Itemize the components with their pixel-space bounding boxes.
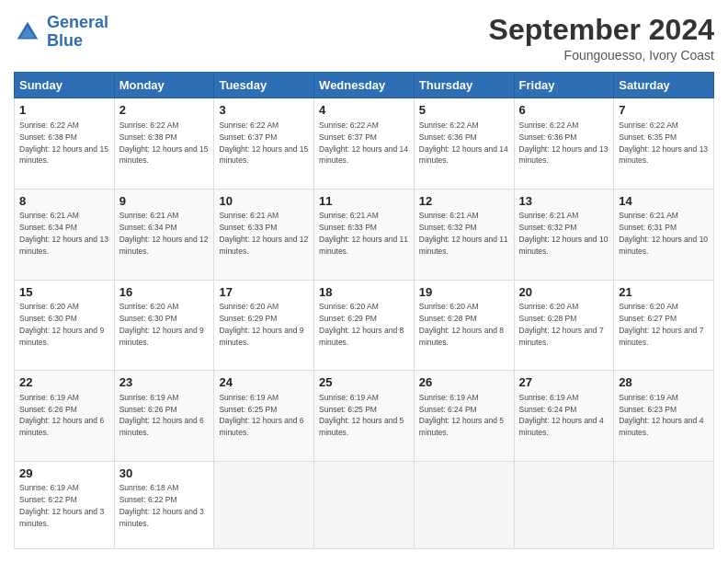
calendar-empty-w4-c3: [314, 461, 415, 548]
calendar-day-12: 12Sunrise: 6:21 AMSunset: 6:32 PMDayligh…: [414, 189, 514, 280]
calendar-day-30: 30Sunrise: 6:18 AMSunset: 6:22 PMDayligh…: [114, 461, 214, 548]
calendar-day-24: 24Sunrise: 6:19 AMSunset: 6:25 PMDayligh…: [214, 371, 314, 462]
calendar-day-19: 19Sunrise: 6:20 AMSunset: 6:28 PMDayligh…: [414, 280, 514, 371]
col-wednesday: Wednesday: [314, 73, 415, 98]
calendar-day-2: 2Sunrise: 6:22 AMSunset: 6:38 PMDaylight…: [114, 98, 214, 190]
calendar-day-28: 28Sunrise: 6:19 AMSunset: 6:23 PMDayligh…: [614, 371, 714, 462]
calendar-week-0: 1Sunrise: 6:22 AMSunset: 6:38 PMDaylight…: [15, 98, 714, 190]
calendar-day-10: 10Sunrise: 6:21 AMSunset: 6:33 PMDayligh…: [214, 189, 314, 280]
calendar-empty-w4-c2: [214, 461, 314, 548]
calendar-empty-w4-c5: [514, 461, 614, 548]
calendar-day-4: 4Sunrise: 6:22 AMSunset: 6:37 PMDaylight…: [314, 98, 415, 190]
calendar-day-11: 11Sunrise: 6:21 AMSunset: 6:33 PMDayligh…: [314, 189, 415, 280]
col-monday: Monday: [114, 73, 214, 98]
logo-text: General Blue: [47, 14, 108, 51]
calendar-day-13: 13Sunrise: 6:21 AMSunset: 6:32 PMDayligh…: [514, 189, 614, 280]
logo: General Blue: [14, 14, 108, 51]
calendar-day-22: 22Sunrise: 6:19 AMSunset: 6:26 PMDayligh…: [15, 371, 115, 462]
calendar-day-23: 23Sunrise: 6:19 AMSunset: 6:26 PMDayligh…: [114, 371, 214, 462]
page: General Blue September 2024 Foungouesso,…: [0, 0, 728, 563]
title-section: September 2024 Foungouesso, Ivory Coast: [489, 14, 714, 63]
calendar-day-5: 5Sunrise: 6:22 AMSunset: 6:36 PMDaylight…: [414, 98, 514, 190]
col-sunday: Sunday: [15, 73, 115, 98]
calendar-day-7: 7Sunrise: 6:22 AMSunset: 6:35 PMDaylight…: [614, 98, 714, 190]
calendar-day-27: 27Sunrise: 6:19 AMSunset: 6:24 PMDayligh…: [514, 371, 614, 462]
calendar-table: Sunday Monday Tuesday Wednesday Thursday…: [14, 72, 714, 549]
calendar-day-6: 6Sunrise: 6:22 AMSunset: 6:36 PMDaylight…: [514, 98, 614, 190]
calendar-week-4: 29Sunrise: 6:19 AMSunset: 6:22 PMDayligh…: [15, 461, 714, 548]
calendar-day-21: 21Sunrise: 6:20 AMSunset: 6:27 PMDayligh…: [614, 280, 714, 371]
location: Foungouesso, Ivory Coast: [489, 48, 714, 63]
calendar-day-29: 29Sunrise: 6:19 AMSunset: 6:22 PMDayligh…: [15, 461, 115, 548]
calendar-header-row: Sunday Monday Tuesday Wednesday Thursday…: [15, 73, 714, 98]
col-friday: Friday: [514, 73, 614, 98]
calendar-empty-w4-c4: [414, 461, 514, 548]
calendar-day-17: 17Sunrise: 6:20 AMSunset: 6:29 PMDayligh…: [214, 280, 314, 371]
calendar-day-25: 25Sunrise: 6:19 AMSunset: 6:25 PMDayligh…: [314, 371, 415, 462]
calendar-day-9: 9Sunrise: 6:21 AMSunset: 6:34 PMDaylight…: [114, 189, 214, 280]
calendar-day-26: 26Sunrise: 6:19 AMSunset: 6:24 PMDayligh…: [414, 371, 514, 462]
calendar-week-1: 8Sunrise: 6:21 AMSunset: 6:34 PMDaylight…: [15, 189, 714, 280]
calendar-week-3: 22Sunrise: 6:19 AMSunset: 6:26 PMDayligh…: [15, 371, 714, 462]
calendar-day-3: 3Sunrise: 6:22 AMSunset: 6:37 PMDaylight…: [214, 98, 314, 190]
calendar-week-2: 15Sunrise: 6:20 AMSunset: 6:30 PMDayligh…: [15, 280, 714, 371]
calendar-day-15: 15Sunrise: 6:20 AMSunset: 6:30 PMDayligh…: [15, 280, 115, 371]
month-year: September 2024: [489, 14, 714, 46]
col-saturday: Saturday: [614, 73, 714, 98]
header: General Blue September 2024 Foungouesso,…: [14, 14, 714, 63]
calendar-empty-w4-c6: [614, 461, 714, 548]
col-tuesday: Tuesday: [214, 73, 314, 98]
calendar-day-16: 16Sunrise: 6:20 AMSunset: 6:30 PMDayligh…: [114, 280, 214, 371]
calendar-day-14: 14Sunrise: 6:21 AMSunset: 6:31 PMDayligh…: [614, 189, 714, 280]
calendar-day-8: 8Sunrise: 6:21 AMSunset: 6:34 PMDaylight…: [15, 189, 115, 280]
col-thursday: Thursday: [414, 73, 514, 98]
calendar-day-18: 18Sunrise: 6:20 AMSunset: 6:29 PMDayligh…: [314, 280, 415, 371]
logo-icon: [14, 18, 41, 46]
calendar-day-1: 1Sunrise: 6:22 AMSunset: 6:38 PMDaylight…: [15, 98, 115, 190]
calendar-day-20: 20Sunrise: 6:20 AMSunset: 6:28 PMDayligh…: [514, 280, 614, 371]
